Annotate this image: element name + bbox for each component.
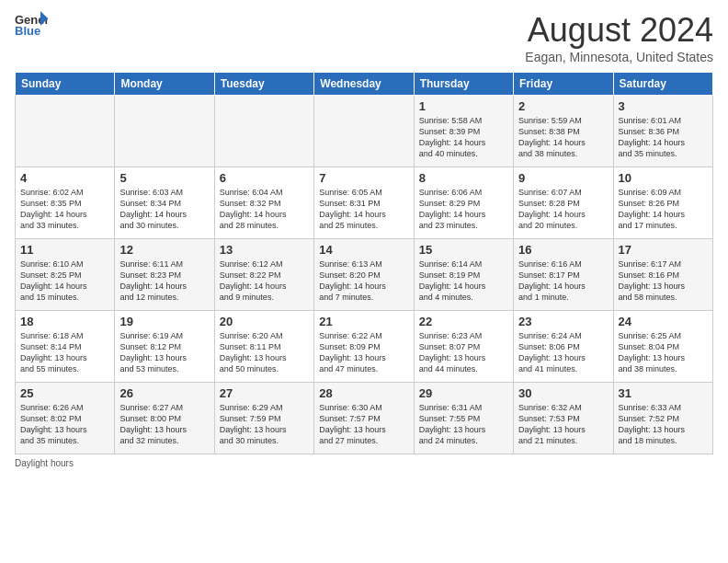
day-number: 29 [419,386,508,400]
day-info: Sunrise: 6:05 AM Sunset: 8:31 PM Dayligh… [319,187,408,232]
day-of-week-header: Tuesday [214,73,313,96]
footer-note: Daylight hours [15,458,713,468]
day-number: 26 [119,386,209,400]
calendar-cell: 31Sunrise: 6:33 AM Sunset: 7:52 PM Dayli… [613,383,712,454]
day-number: 10 [619,171,708,185]
day-number: 16 [518,243,608,257]
day-info: Sunrise: 6:10 AM Sunset: 8:25 PM Dayligh… [20,259,109,304]
calendar-cell: 21Sunrise: 6:22 AM Sunset: 8:09 PM Dayli… [314,311,414,383]
calendar-cell: 7Sunrise: 6:05 AM Sunset: 8:31 PM Daylig… [314,167,414,239]
day-info: Sunrise: 6:23 AM Sunset: 8:07 PM Dayligh… [419,330,508,375]
calendar-cell: 29Sunrise: 6:31 AM Sunset: 7:55 PM Dayli… [414,383,513,454]
day-info: Sunrise: 6:24 AM Sunset: 8:06 PM Dayligh… [518,330,608,375]
calendar-cell: 12Sunrise: 6:11 AM Sunset: 8:23 PM Dayli… [115,239,214,311]
calendar-cell: 25Sunrise: 6:26 AM Sunset: 8:02 PM Dayli… [16,383,115,454]
day-info: Sunrise: 6:03 AM Sunset: 8:34 PM Dayligh… [119,187,209,232]
day-info: Sunrise: 6:06 AM Sunset: 8:29 PM Dayligh… [419,187,508,232]
day-info: Sunrise: 6:33 AM Sunset: 7:52 PM Dayligh… [619,402,708,447]
day-number: 5 [119,171,209,185]
calendar-cell: 2Sunrise: 5:59 AM Sunset: 8:38 PM Daylig… [514,96,613,167]
calendar-cell: 23Sunrise: 6:24 AM Sunset: 8:06 PM Dayli… [514,311,613,383]
calendar-cell: 15Sunrise: 6:14 AM Sunset: 8:19 PM Dayli… [414,239,513,311]
calendar-cell: 8Sunrise: 6:06 AM Sunset: 8:29 PM Daylig… [414,167,513,239]
calendar-cell: 5Sunrise: 6:03 AM Sunset: 8:34 PM Daylig… [115,167,214,239]
day-number: 1 [419,99,508,113]
day-number: 4 [20,171,109,185]
day-info: Sunrise: 6:26 AM Sunset: 8:02 PM Dayligh… [20,402,109,447]
day-info: Sunrise: 6:32 AM Sunset: 7:53 PM Dayligh… [518,402,608,447]
day-info: Sunrise: 5:58 AM Sunset: 8:39 PM Dayligh… [419,115,508,160]
day-info: Sunrise: 6:13 AM Sunset: 8:20 PM Dayligh… [319,259,408,304]
calendar-cell: 22Sunrise: 6:23 AM Sunset: 8:07 PM Dayli… [414,311,513,383]
day-number: 9 [518,171,608,185]
calendar-cell: 16Sunrise: 6:16 AM Sunset: 8:17 PM Dayli… [514,239,613,311]
day-number: 24 [619,315,708,328]
calendar-week-row: 11Sunrise: 6:10 AM Sunset: 8:25 PM Dayli… [16,239,713,311]
day-number: 11 [20,243,109,257]
day-number: 7 [319,171,408,185]
day-info: Sunrise: 6:02 AM Sunset: 8:35 PM Dayligh… [20,187,109,232]
day-info: Sunrise: 6:16 AM Sunset: 8:17 PM Dayligh… [518,259,608,304]
calendar-week-row: 4Sunrise: 6:02 AM Sunset: 8:35 PM Daylig… [16,167,713,239]
page-header: General Blue August 2024 Eagan, Minnesot… [15,11,713,64]
day-info: Sunrise: 6:14 AM Sunset: 8:19 PM Dayligh… [419,259,508,304]
calendar-cell: 10Sunrise: 6:09 AM Sunset: 8:26 PM Dayli… [613,167,712,239]
calendar-cell: 27Sunrise: 6:29 AM Sunset: 7:59 PM Dayli… [214,383,313,454]
location: Eagan, Minnesota, United States [525,50,713,64]
title-section: August 2024 Eagan, Minnesota, United Sta… [525,11,713,64]
day-number: 31 [619,386,708,400]
day-number: 2 [518,99,608,113]
calendar-cell: 20Sunrise: 6:20 AM Sunset: 8:11 PM Dayli… [214,311,313,383]
day-info: Sunrise: 6:30 AM Sunset: 7:57 PM Dayligh… [319,402,408,447]
day-number: 23 [518,315,608,328]
calendar-cell: 18Sunrise: 6:18 AM Sunset: 8:14 PM Dayli… [16,311,115,383]
calendar-cell: 4Sunrise: 6:02 AM Sunset: 8:35 PM Daylig… [16,167,115,239]
calendar-cell [214,96,313,167]
day-number: 8 [419,171,508,185]
calendar-cell: 1Sunrise: 5:58 AM Sunset: 8:39 PM Daylig… [414,96,513,167]
calendar-cell: 17Sunrise: 6:17 AM Sunset: 8:16 PM Dayli… [613,239,712,311]
calendar-cell [314,96,414,167]
calendar-body: 1Sunrise: 5:58 AM Sunset: 8:39 PM Daylig… [16,96,713,454]
day-number: 17 [619,243,708,257]
calendar-cell: 26Sunrise: 6:27 AM Sunset: 8:00 PM Dayli… [115,383,214,454]
day-number: 3 [619,99,708,113]
day-number: 6 [220,171,309,185]
calendar-cell: 3Sunrise: 6:01 AM Sunset: 8:36 PM Daylig… [613,96,712,167]
calendar-cell: 30Sunrise: 6:32 AM Sunset: 7:53 PM Dayli… [514,383,613,454]
day-info: Sunrise: 6:22 AM Sunset: 8:09 PM Dayligh… [319,330,408,375]
calendar-table: SundayMondayTuesdayWednesdayThursdayFrid… [15,72,713,454]
logo: General Blue [15,11,40,31]
day-info: Sunrise: 6:20 AM Sunset: 8:11 PM Dayligh… [220,330,309,375]
day-of-week-header: Friday [514,73,613,96]
day-info: Sunrise: 6:18 AM Sunset: 8:14 PM Dayligh… [20,330,109,375]
day-number: 18 [20,315,109,328]
calendar-cell: 19Sunrise: 6:19 AM Sunset: 8:12 PM Dayli… [115,311,214,383]
calendar-cell [16,96,115,167]
day-number: 19 [119,315,209,328]
day-number: 20 [220,315,309,328]
calendar-cell: 11Sunrise: 6:10 AM Sunset: 8:25 PM Dayli… [16,239,115,311]
calendar-cell: 28Sunrise: 6:30 AM Sunset: 7:57 PM Dayli… [314,383,414,454]
day-info: Sunrise: 6:31 AM Sunset: 7:55 PM Dayligh… [419,402,508,447]
day-info: Sunrise: 6:01 AM Sunset: 8:36 PM Dayligh… [619,115,708,160]
day-info: Sunrise: 5:59 AM Sunset: 8:38 PM Dayligh… [518,115,608,160]
day-number: 15 [419,243,508,257]
day-of-week-header: Monday [115,73,214,96]
day-of-week-header: Saturday [613,73,712,96]
day-info: Sunrise: 6:25 AM Sunset: 8:04 PM Dayligh… [619,330,708,375]
day-number: 12 [119,243,209,257]
calendar-cell: 24Sunrise: 6:25 AM Sunset: 8:04 PM Dayli… [613,311,712,383]
day-number: 21 [319,315,408,328]
day-number: 22 [419,315,508,328]
svg-text:Blue: Blue [15,24,40,37]
day-info: Sunrise: 6:07 AM Sunset: 8:28 PM Dayligh… [518,187,608,232]
day-info: Sunrise: 6:04 AM Sunset: 8:32 PM Dayligh… [220,187,309,232]
calendar-week-row: 1Sunrise: 5:58 AM Sunset: 8:39 PM Daylig… [16,96,713,167]
day-info: Sunrise: 6:17 AM Sunset: 8:16 PM Dayligh… [619,259,708,304]
day-info: Sunrise: 6:29 AM Sunset: 7:59 PM Dayligh… [220,402,309,447]
day-of-week-header: Sunday [16,73,115,96]
day-info: Sunrise: 6:09 AM Sunset: 8:26 PM Dayligh… [619,187,708,232]
day-info: Sunrise: 6:27 AM Sunset: 8:00 PM Dayligh… [119,402,209,447]
calendar-header-row: SundayMondayTuesdayWednesdayThursdayFrid… [16,73,713,96]
